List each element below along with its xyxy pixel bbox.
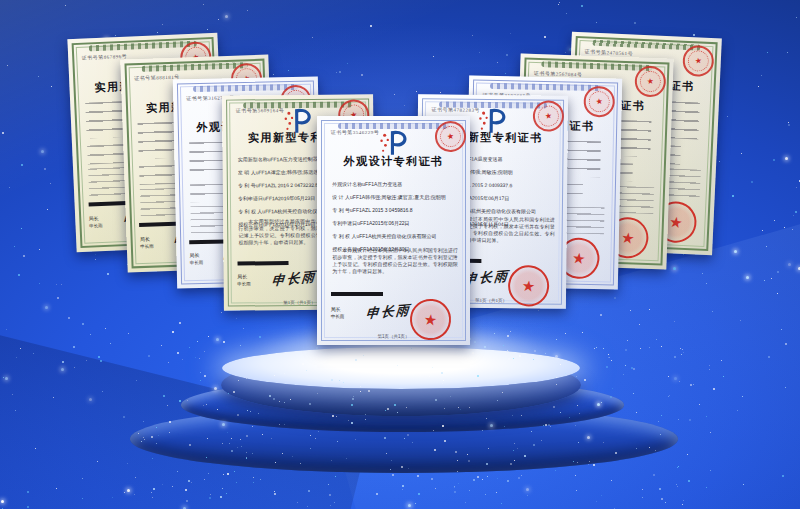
field-value: 温度变送器 [477,156,502,162]
seal-star-icon: ★ [668,214,684,231]
seal-inner-ring [687,50,710,73]
field-value: 2015年06月17日 [472,194,509,200]
field-value: ZL 2015 2 0409337.6 [465,181,512,187]
director-printed-name: 申长雨 [331,314,345,319]
grant-statement-paragraph: 本外观设计经过本局依照中华人民共和国专利法进行初步审查，决定授予专利权，颁发本证… [332,247,457,291]
field-label: 专利申请日 [332,220,372,226]
field-value: 压力变送控制器 [283,156,318,162]
certificate-number: 证书号第4782283号 [431,106,480,113]
director-printed-name: 申长雨 [190,260,204,265]
certificate-5: 证书号第3546229号 外观设计专利证书 ★ 外观设计名称压力变送器设 计 人… [317,116,470,345]
field-row: 专 利 号ZL 2015 3 0459816.8 [332,207,459,213]
director-printed-name: 申长雨 [89,223,103,229]
field-row: 专 利 权 人杭州美控自动化仪表有限公司 [332,233,459,239]
field-row: 设 计 人韩伟强;周敏连;虞官京;夏天启;倪朝明 [332,194,459,200]
field-label: 专 利 权 人 [332,233,371,239]
field-row: 专利申请日2015年06月22日 [332,220,459,226]
field-value: 韩伟强;周敏连;倪朝明 [465,168,513,175]
director-signature: 申长雨 [365,301,411,323]
seal-star-icon: ★ [521,278,536,294]
seal-star-icon: ★ [423,312,438,328]
director-label: 局长 [190,252,200,258]
field-label: 发 明 人 [238,170,271,176]
field-label: 设 计 人 [332,194,365,200]
seal-inner-ring [639,70,662,93]
certificate-number: 证书号第5609164号 [236,107,285,113]
field-value: 2016年05月23日 [278,195,315,201]
red-stamp-seal-icon: ★ [633,64,667,98]
field-value: 压力变送器 [377,181,402,187]
border-ornament [490,83,600,91]
field-value: 杭州美控自动化仪表有限公司 [471,207,536,214]
field-row: 外观设计名称压力变送器 [332,181,459,187]
seal-inner-ring [439,125,463,149]
field-value: ZL 2016 2 0473232.8 [271,182,318,188]
border-ornament [542,61,652,71]
field-label: 专 利 号 [332,207,365,213]
field-value: 韩伟强;周敏连;虞官京;夏天启;倪朝明 [365,194,446,200]
director-signature: 申长雨 [271,268,317,291]
redacted-bar [331,292,383,296]
field-label: 专 利 权 人 [238,208,277,214]
seal-star-icon: ★ [620,230,635,247]
page-label: 第1页（共1页） [317,334,470,339]
director-label: 局长 [237,274,247,280]
seal-inner-ring [588,90,611,113]
seal-inner-ring [537,104,561,128]
director-signature: 申长雨 [463,267,510,289]
field-value: ZL 2015 3 0459816.8 [365,207,412,213]
certificate-number: 证书号第3546229号 [331,129,380,135]
field-label: 外观设计名称 [332,181,377,187]
cnipa-patent-logo-icon [378,129,410,157]
director-label: 局长 [331,306,341,312]
director-label: 局长 [89,215,99,221]
field-label: 专 利 号 [238,183,271,189]
field-label: 专利申请日 [238,195,278,201]
red-stamp-seal-icon: ★ [681,44,715,78]
certificate-title: 外观设计专利证书 [317,154,470,169]
seal-star-icon: ★ [572,250,587,267]
field-value: 杭州美控自动化仪表有限公司 [371,233,436,239]
field-label: 实用新型名称 [238,156,283,162]
redacted-bar [237,261,288,265]
director-printed-name: 申长雨 [237,282,251,287]
director-printed-name: 申长雨 [140,243,154,248]
field-value: 2015年06月22日 [372,220,409,226]
promo-banner: 证书号第867896号 实用新型专利证书 ★ 局长 申长雨 申长雨 [0,0,800,509]
director-label: 局长 [140,235,150,241]
